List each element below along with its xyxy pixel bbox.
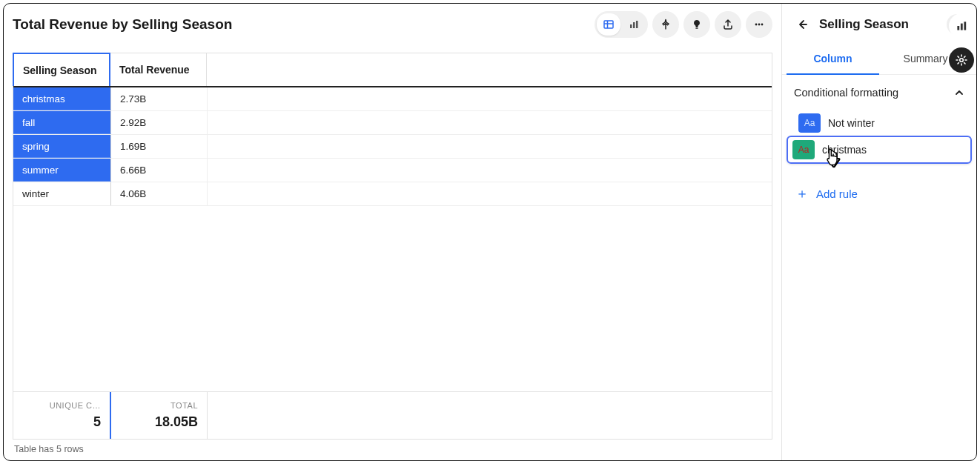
data-table: Selling Season Total Revenue christmas2.… [13,53,772,440]
cell-season[interactable]: fall [13,111,111,134]
table-view-button[interactable] [597,13,620,36]
footer-unique: UNIQUE C… 5 [13,392,111,439]
bar-chart-icon [628,19,640,30]
pin-button[interactable] [652,11,679,38]
svg-point-8 [758,24,761,26]
footer-total: TOTAL 18.05B [111,392,208,439]
view-switcher [595,11,648,38]
svg-rect-12 [964,21,966,30]
toolbar [595,11,772,38]
table-row[interactable]: winter4.06B [13,182,772,206]
cell-revenue[interactable]: 6.66B [111,159,208,182]
lightbulb-icon [691,19,703,30]
rule-label: christmas [822,144,867,156]
svg-rect-6 [695,28,698,29]
cell-season[interactable]: summer [13,159,111,182]
format-rule[interactable]: AaNot winter [794,109,964,137]
footer-total-label: TOTAL [170,401,198,410]
svg-point-13 [960,59,964,62]
ellipsis-icon [753,19,765,30]
share-button[interactable] [715,11,741,38]
bar-chart-icon [955,19,968,33]
cell-season[interactable]: spring [13,135,111,158]
table-row[interactable]: fall2.92B [13,111,772,135]
section-title: Conditional formatting [794,87,898,99]
svg-rect-5 [636,21,638,28]
more-button[interactable] [746,11,772,38]
side-panel: Selling Season Column Summary Conditiona… [781,4,976,460]
gear-icon [955,53,968,67]
settings-button[interactable] [949,47,974,73]
svg-point-7 [755,24,758,26]
cell-revenue[interactable]: 1.69B [111,135,208,158]
svg-rect-4 [633,22,635,28]
column-header-revenue[interactable]: Total Revenue [110,53,207,86]
insight-button[interactable] [683,11,710,38]
svg-rect-11 [961,24,963,30]
section-conditional-formatting[interactable]: Conditional formatting [794,87,964,99]
table-icon [603,19,615,30]
format-rule[interactable]: Aachristmas [787,136,972,164]
plus-icon: ＋ [795,185,809,202]
svg-point-9 [761,24,764,26]
add-rule-label: Add rule [816,188,858,200]
table-row[interactable]: christmas2.73B [13,87,772,111]
footer-total-value: 18.05B [155,414,198,430]
page-title: Total Revenue by Selling Season [13,16,232,33]
tab-column[interactable]: Column [787,44,879,75]
footer-unique-label: UNIQUE C… [50,401,101,410]
cell-season[interactable]: christmas [13,87,111,110]
svg-rect-3 [630,24,632,28]
panel-title: Selling Season [819,17,939,32]
rule-swatch: Aa [798,113,821,133]
footer-unique-value: 5 [93,414,101,430]
svg-rect-0 [604,21,613,28]
cell-revenue[interactable]: 4.06B [111,182,208,205]
chart-view-button[interactable] [622,13,646,36]
pin-icon [660,19,672,30]
column-header-season[interactable]: Selling Season [13,53,110,86]
cell-season[interactable]: winter [13,182,111,205]
share-icon [722,19,734,30]
status-text: Table has 5 rows [13,440,772,454]
add-rule-button[interactable]: ＋ Add rule [782,164,976,223]
table-row[interactable]: summer6.66B [13,159,772,182]
rule-label: Not winter [828,117,875,129]
table-row[interactable]: spring1.69B [13,135,772,159]
svg-rect-10 [957,26,959,30]
back-button[interactable] [792,15,812,34]
arrow-left-icon [795,18,809,31]
cell-revenue[interactable]: 2.92B [111,111,208,134]
chevron-up-icon [954,87,964,98]
visualize-button[interactable] [949,13,974,39]
cell-revenue[interactable]: 2.73B [111,87,208,110]
rule-swatch: Aa [792,140,815,159]
